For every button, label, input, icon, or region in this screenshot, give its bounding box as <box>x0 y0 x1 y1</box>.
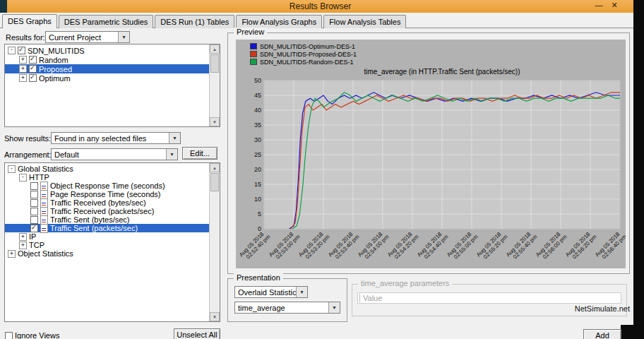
scroll-down-icon[interactable]: ▼ <box>210 312 220 321</box>
checkbox[interactable] <box>30 199 38 207</box>
tree-item-global-statistics[interactable]: -Global Statistics <box>5 165 210 173</box>
chart-title: time_average (in HTTP.Traffic Sent (pack… <box>364 68 520 76</box>
tree-item-label: TCP <box>29 241 44 249</box>
checkbox[interactable] <box>29 65 37 73</box>
preview-chart-area[interactable]: 05101520253035404550Aug 05 201802:52:40 … <box>236 40 626 268</box>
add-button[interactable]: Add <box>583 329 621 339</box>
checkbox[interactable] <box>30 225 38 232</box>
project-tree-scrollbar[interactable]: ▲ ▼ <box>209 44 220 126</box>
scrollbar-thumb[interactable] <box>210 54 219 73</box>
collapse-icon[interactable]: - <box>19 174 27 182</box>
legend-item-sdn-mulitids-proposed-des-1: SDN_MULITIDS-Proposed-DES-1 <box>250 50 357 58</box>
arrangement-select[interactable]: Default ▼ <box>51 148 178 160</box>
arrangement-label: Arrangement: <box>4 150 52 159</box>
y-tick-label: 5 <box>258 210 261 218</box>
collapse-icon[interactable]: - <box>8 165 16 173</box>
tree-item-http[interactable]: -HTTP <box>5 173 210 182</box>
chart-legend: SDN_MULITIDS-Optimum-DES-1SDN_MULITIDS-P… <box>250 42 357 66</box>
unselect-all-button[interactable]: Unselect All <box>174 328 220 339</box>
metric-select[interactable]: time_average ▼ <box>234 302 340 314</box>
scroll-up-icon[interactable]: ▲ <box>210 44 220 54</box>
tree-item-traffic-sent-bytes-sec[interactable]: Traffic Sent (bytes/sec) <box>5 215 210 224</box>
tree-item-object-statistics[interactable]: +Object Statistics <box>5 249 210 258</box>
expand-icon[interactable]: + <box>19 242 27 249</box>
close-icon[interactable]: ✕ <box>609 1 619 10</box>
tree-item-label: Optimum <box>39 74 71 83</box>
y-tick-label: 30 <box>254 136 261 143</box>
project-tree: -SDN_MULITIDS+Random+Proposed+Optimum <box>5 44 210 126</box>
tree-item-traffic-received-packets-sec[interactable]: Traffic Received (packets/sec) <box>5 207 210 215</box>
chevron-down-icon[interactable]: ▼ <box>296 287 307 297</box>
statistics-tree-scrollbar[interactable]: ▲ ▼ <box>209 163 220 321</box>
checkbox[interactable] <box>18 47 25 54</box>
minimize-icon[interactable]: — <box>594 1 604 10</box>
tree-item-traffic-sent-packets-sec[interactable]: Traffic Sent (packets/sec) <box>5 224 210 232</box>
checkbox[interactable] <box>29 74 37 82</box>
expand-icon[interactable]: + <box>8 250 16 258</box>
collapse-icon[interactable]: - <box>8 47 16 54</box>
time-average-parameters-label: time_average parameters <box>358 279 452 287</box>
legend-swatch <box>250 43 257 49</box>
tab-flow-analysis-graphs[interactable]: Flow Analysis Graphs <box>236 15 322 28</box>
scrollbar-thumb[interactable] <box>210 173 219 191</box>
tree-item-sdn-mulitids[interactable]: -SDN_MULITIDS <box>5 46 210 55</box>
tree-item-label: IP <box>29 232 36 241</box>
legend-label: SDN_MULITIDS-Proposed-DES-1 <box>260 51 357 58</box>
expand-icon[interactable]: + <box>19 233 27 241</box>
chevron-down-icon[interactable]: ▼ <box>328 302 340 313</box>
project-tree-box: -SDN_MULITIDS+Random+Proposed+Optimum ▲ … <box>4 44 220 127</box>
tree-item-label: Object Statistics <box>18 249 73 258</box>
checkbox[interactable] <box>30 191 38 198</box>
y-tick-label: 45 <box>254 92 261 99</box>
tree-item-label: Random <box>39 56 68 64</box>
chevron-down-icon[interactable]: ▼ <box>118 32 129 42</box>
tab-des-run-1-tables[interactable]: DES Run (1) Tables <box>155 15 234 28</box>
ignore-views-label: Ignore Views <box>15 331 59 339</box>
checkbox[interactable] <box>29 56 37 64</box>
tree-item-ip[interactable]: +IP <box>5 232 210 241</box>
legend-swatch <box>250 51 257 57</box>
checkbox[interactable] <box>30 208 38 215</box>
legend-label: SDN_MULITIDS-Optimum-DES-1 <box>260 43 355 50</box>
statistic-graph-icon <box>40 224 48 233</box>
overlaid-statistics-select[interactable]: Overlaid Statistics ▼ <box>234 286 308 298</box>
tree-item-traffic-received-bytes-sec[interactable]: Traffic Received (bytes/sec) <box>5 198 210 207</box>
chevron-down-icon[interactable]: ▼ <box>169 133 180 143</box>
y-tick-label: 40 <box>254 107 261 114</box>
y-tick-label: 50 <box>254 77 261 84</box>
tree-item-label: Traffic Sent (packets/sec) <box>50 224 138 232</box>
results-for-select[interactable]: Current Project ▼ <box>45 31 130 43</box>
tree-item-label: Proposed <box>39 65 72 73</box>
ignore-views-checkbox[interactable] <box>5 332 13 339</box>
tree-item-tcp[interactable]: +TCP <box>5 241 210 249</box>
chevron-down-icon[interactable]: ▼ <box>166 149 177 160</box>
tree-item-page-response-time-seconds[interactable]: Page Response Time (seconds) <box>5 190 210 198</box>
tab-flow-analysis-tables[interactable]: Flow Analysis Tables <box>323 15 406 28</box>
presentation-group-label: Presentation <box>234 273 283 282</box>
y-tick-label: 35 <box>254 121 261 129</box>
expand-icon[interactable]: + <box>19 74 27 82</box>
tree-item-label: Global Statistics <box>18 165 73 173</box>
preview-chart: 05101520253035404550Aug 05 201802:52:40 … <box>236 40 626 268</box>
watermark: NetSimulate.net <box>565 304 630 313</box>
checkbox[interactable] <box>30 216 38 224</box>
scroll-down-icon[interactable]: ▼ <box>210 117 220 126</box>
value-field-label: Value <box>359 294 382 302</box>
desktop-corner-bottom-right <box>621 325 633 339</box>
tree-item-proposed[interactable]: +Proposed <box>5 64 210 73</box>
tree-item-label: Object Response Time (seconds) <box>50 182 165 190</box>
expand-icon[interactable]: + <box>19 56 27 64</box>
tree-item-object-response-time-seconds[interactable]: Object Response Time (seconds) <box>5 182 210 190</box>
expand-icon[interactable]: + <box>19 65 27 73</box>
checkbox[interactable] <box>30 182 38 190</box>
tree-item-random[interactable]: +Random <box>5 55 210 64</box>
tree-item-optimum[interactable]: +Optimum <box>5 73 210 83</box>
desktop-corner-left <box>0 0 7 13</box>
scroll-up-icon[interactable]: ▲ <box>210 163 220 172</box>
tab-des-parametric-studies[interactable]: DES Parametric Studies <box>59 15 154 28</box>
title-bar[interactable]: Results Browser — ✕ <box>7 0 633 13</box>
tab-des-graphs[interactable]: DES Graphs <box>2 14 57 28</box>
show-results-select[interactable]: Found in any selected files ▼ <box>51 132 181 144</box>
edit-button[interactable]: Edit... <box>182 147 217 160</box>
results-for-label: Results for: <box>6 33 45 42</box>
